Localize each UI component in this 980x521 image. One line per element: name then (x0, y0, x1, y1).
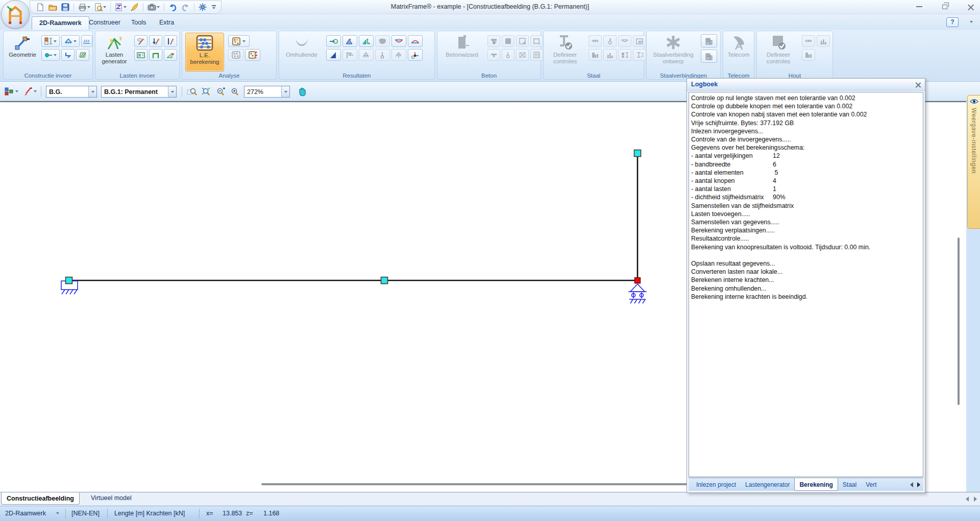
lastgenerator-puntlast-button[interactable] (149, 35, 162, 47)
beton-klem-button[interactable] (487, 35, 500, 47)
beton-ligger-button[interactable] (487, 49, 500, 61)
node-left[interactable] (66, 277, 72, 284)
tab-construeer[interactable]: Construeer (82, 16, 128, 30)
node-corner-selected[interactable] (635, 278, 641, 283)
oplegging-button[interactable] (61, 35, 80, 47)
logbook-tab-lastengenerator[interactable]: Lastengenerator (741, 478, 794, 491)
zoom-plus-button[interactable] (229, 85, 241, 98)
doc-tabs-scroll-left-icon[interactable] (966, 496, 969, 502)
bg-group-combo[interactable]: B.G. (46, 86, 97, 98)
omhullende-button[interactable]: Omhullende (281, 33, 322, 72)
vertical-scrollbar-thumb[interactable] (958, 238, 960, 405)
beton-wapening-button[interactable] (516, 49, 529, 61)
steunpunt-button[interactable] (61, 49, 75, 61)
weergave-opties-button[interactable] (3, 85, 19, 98)
lasten-tabel-button[interactable] (134, 49, 148, 61)
redline-caret[interactable] (34, 90, 37, 92)
tab-2d-raamwerk[interactable]: 2D-Raamwerk (32, 16, 89, 30)
resultaat-verplaatsing-button[interactable] (326, 35, 341, 47)
load-case-combo-caret[interactable] (168, 86, 176, 97)
resultaat-momentvlak-button[interactable] (326, 49, 341, 61)
lasten-portaal-button[interactable] (149, 49, 162, 61)
weergave-instellingen-tab[interactable]: Weergave-instellingen (967, 95, 980, 229)
minimize-button[interactable] (914, 2, 925, 11)
hout-kip-button[interactable] (802, 35, 815, 47)
berekening-matrix-button[interactable] (228, 49, 243, 61)
tab-constructieafbeelding[interactable]: Constructieafbeelding (1, 492, 80, 505)
staal-kolommen-button[interactable] (589, 49, 602, 61)
resultaat-oplegging-button[interactable] (391, 49, 406, 61)
maatvoering-button[interactable] (81, 35, 92, 47)
beton-kader-button[interactable] (530, 35, 543, 47)
hout-definieer-controles-button[interactable]: Definieer controles (759, 33, 798, 72)
lasten-generator-button[interactable]: Lasten generator (97, 33, 131, 72)
resultaat-momenten-button[interactable] (342, 35, 357, 47)
pan-hand-button[interactable] (296, 85, 308, 98)
zoom-in-out-button[interactable] (214, 85, 227, 98)
verbinding-gebouw-2-button[interactable] (701, 50, 717, 63)
hout-benutting-button[interactable] (802, 49, 815, 61)
staal-knik-button[interactable] (603, 35, 617, 47)
profiel-dropdown-caret[interactable] (54, 40, 57, 42)
tab-tools[interactable]: Tools (124, 16, 153, 30)
staal-toetsing-button[interactable] (633, 49, 646, 61)
doc-tabs-scroll-right-icon[interactable] (974, 496, 977, 502)
help-button[interactable]: ? (946, 17, 959, 27)
staal-definieer-controles-button[interactable]: Definieer controles (546, 33, 584, 72)
arcering-button[interactable] (76, 49, 89, 61)
beton-tabel-button[interactable] (530, 49, 543, 61)
beton-pons-button[interactable] (502, 49, 514, 61)
status-mode-caret[interactable] (56, 512, 59, 514)
bg-group-combo-caret[interactable] (88, 86, 96, 97)
resultaat-veld-min-button[interactable] (391, 35, 406, 47)
logbook-content[interactable]: Controle op nul lengte staven met een to… (689, 92, 923, 477)
node-mid[interactable] (381, 277, 388, 284)
staal-doorbuiging-button[interactable] (618, 35, 631, 47)
staal-brand-button[interactable] (633, 35, 646, 47)
resultaat-knoopkrachten-button[interactable] (408, 49, 423, 61)
resultaat-normaalkracht-button[interactable] (375, 49, 390, 61)
help-dropdown-caret[interactable] (970, 21, 973, 23)
tab-extra[interactable]: Extra (152, 16, 181, 30)
logbook-tab-vert[interactable]: Vert (861, 478, 881, 491)
berekening-controle-button[interactable] (245, 49, 260, 61)
tab-virtueel-model[interactable]: Virtueel model (86, 492, 137, 505)
le-berekening-button[interactable]: L.E. berekening (185, 33, 224, 72)
logbook-tab-staal[interactable]: Staal (838, 478, 861, 491)
knoop-dropdown-caret[interactable] (54, 54, 57, 56)
berekening-opties-caret[interactable] (242, 40, 246, 42)
knoop-button[interactable] (41, 49, 60, 61)
verbinding-gebouw-1-button[interactable] (701, 34, 717, 48)
zoom-level-combo-caret[interactable] (281, 86, 289, 97)
lastgenerator-sneeuw-button[interactable] (134, 35, 148, 47)
close-button[interactable] (965, 2, 976, 11)
berekening-opties-button[interactable] (228, 35, 250, 47)
profiel-invoer-button[interactable] (41, 35, 60, 47)
status-mode[interactable]: 2D-Raamwerk (5, 510, 46, 517)
logbook-tabs-scroll-right-icon[interactable] (917, 482, 920, 487)
resultaat-veld-max-button[interactable] (408, 35, 423, 47)
logbook-tab-inlezen-project[interactable]: Inlezen project (692, 478, 741, 491)
resultaat-assen-button[interactable] (359, 35, 374, 47)
logbook-close-icon[interactable] (915, 81, 922, 88)
oplegging-dropdown-caret[interactable] (74, 40, 77, 42)
betonwizard-button[interactable]: Betonwizard (440, 33, 483, 72)
telecom-button[interactable]: Telecom (724, 33, 753, 72)
lastgenerator-lijnlast-button[interactable] (164, 35, 177, 47)
zoom-extents-button[interactable] (200, 85, 212, 98)
staal-profielen-button[interactable] (618, 49, 631, 61)
staalverbinding-ontwerp-button[interactable]: Staalverbinding ontwerp (649, 33, 698, 72)
application-menu-button[interactable] (1, 0, 30, 29)
geometrie-button[interactable]: Geometrie (7, 33, 38, 72)
zoom-level-combo[interactable]: 272% (244, 86, 290, 98)
hout-sterkte-button[interactable] (817, 35, 830, 47)
redline-button[interactable] (22, 85, 38, 98)
lasten-helling-button[interactable] (164, 49, 177, 61)
weergave-opties-caret[interactable] (15, 90, 18, 92)
horizontal-scrollbar-thumb[interactable] (261, 483, 688, 485)
logbook-tabs-scroll-left-icon[interactable] (910, 482, 913, 487)
staal-benutting-button[interactable] (603, 49, 617, 61)
resultaat-reacties-button[interactable] (359, 49, 374, 61)
beton-half-button[interactable] (516, 35, 529, 47)
beton-doorsnede-button[interactable] (502, 35, 514, 47)
